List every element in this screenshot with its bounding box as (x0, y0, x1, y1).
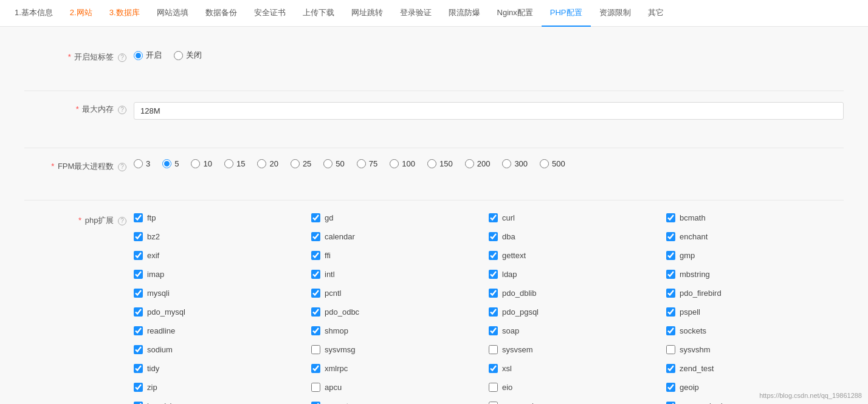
nav-item-resource[interactable]: 资源限制 (591, 0, 639, 27)
checkbox-pdo_odbc[interactable] (311, 307, 320, 317)
nav-item-limit[interactable]: 限流防爆 (440, 0, 489, 27)
nav-item-redirect[interactable]: 网址跳转 (343, 0, 391, 27)
checkbox-item-gd: gd (311, 211, 489, 224)
fpm-radio-10[interactable] (191, 159, 200, 168)
fpm-radio-15[interactable] (224, 159, 233, 168)
checkbox-memcached[interactable] (666, 402, 675, 404)
checkbox-pdo_pgsql[interactable] (489, 307, 498, 317)
fpm-option-75[interactable]: 75 (357, 159, 377, 168)
checkbox-ldap[interactable] (489, 270, 498, 279)
checkbox-xsl[interactable] (489, 364, 498, 373)
checkbox-enchant[interactable] (666, 232, 675, 241)
checkbox-zend_test[interactable] (666, 364, 675, 373)
checkbox-sysvmsg[interactable] (311, 345, 320, 354)
checkbox-gmp[interactable] (666, 251, 675, 260)
fpm-option-300[interactable]: 300 (502, 159, 528, 168)
fpm-option-100[interactable]: 100 (390, 159, 415, 168)
checkbox-curl[interactable] (489, 213, 498, 222)
checkbox-intl[interactable] (311, 270, 320, 279)
checkbox-dba[interactable] (489, 232, 498, 241)
checkbox-sockets[interactable] (666, 326, 675, 335)
checkbox-exif[interactable] (134, 251, 143, 260)
checkbox-label-ldap: ldap (502, 270, 517, 279)
checkbox-mcrypt[interactable] (311, 402, 320, 404)
fpm-option-10[interactable]: 10 (191, 159, 212, 168)
checkbox-pcntl[interactable] (311, 289, 320, 298)
fpm-radio-50[interactable] (323, 159, 332, 168)
checkbox-readline[interactable] (134, 326, 143, 335)
checkbox-item-zip: zip (134, 381, 311, 394)
fpm-radio-75[interactable] (357, 159, 366, 168)
checkbox-mbstring[interactable] (666, 270, 675, 279)
fpm-radio-25[interactable] (291, 159, 300, 168)
short-tag-radio-off[interactable] (174, 51, 183, 60)
fpm-option-200[interactable]: 200 (465, 159, 491, 168)
fpm-option-3[interactable]: 3 (134, 159, 150, 168)
checkbox-mysqli[interactable] (134, 289, 143, 298)
nav-item-auth[interactable]: 登录验证 (391, 0, 440, 27)
short-tag-radio-on[interactable] (134, 51, 143, 60)
nav-item-database[interactable]: 3.数据库 (101, 0, 148, 27)
nav-item-basic[interactable]: 1.基本信息 (6, 0, 61, 27)
fpm-radio-500[interactable] (540, 159, 549, 168)
checkbox-shmop[interactable] (311, 326, 320, 335)
help-icon[interactable]: ? (118, 217, 126, 225)
fpm-radio-200[interactable] (465, 159, 474, 168)
checkbox-apcu[interactable] (311, 383, 320, 392)
checkbox-gettext[interactable] (489, 251, 498, 260)
fpm-radio-300[interactable] (502, 159, 511, 168)
checkbox-sysvsem[interactable] (489, 345, 498, 354)
checkbox-soap[interactable] (489, 326, 498, 335)
nav-item-other[interactable]: 其它 (639, 0, 672, 27)
fpm-option-15[interactable]: 15 (224, 159, 245, 168)
checkbox-bz2[interactable] (134, 232, 143, 241)
fpm-option-500[interactable]: 500 (540, 159, 565, 168)
checkbox-memcache[interactable] (489, 402, 498, 404)
nav-item-upload[interactable]: 上传下载 (294, 0, 343, 27)
nav-item-php[interactable]: PHP配置 (542, 0, 591, 27)
help-icon[interactable]: ? (118, 53, 126, 62)
checkbox-bcmath[interactable] (666, 213, 675, 222)
checkbox-item-pdo_dblib: pdo_dblib (489, 287, 666, 300)
nav-item-ssl[interactable]: 安全证书 (246, 0, 294, 27)
checkbox-pdo_firebird[interactable] (666, 289, 675, 298)
fpm-radio-20[interactable] (257, 159, 266, 168)
checkbox-zip[interactable] (134, 383, 143, 392)
fpm-option-5[interactable]: 5 (162, 159, 179, 168)
checkbox-calendar[interactable] (311, 232, 320, 241)
checkbox-imap[interactable] (134, 270, 143, 279)
fpm-option-150[interactable]: 150 (427, 159, 453, 168)
fpm-radio-label-150: 150 (439, 159, 453, 168)
checkbox-tidy[interactable] (134, 364, 143, 373)
fpm-radio-100[interactable] (390, 159, 399, 168)
fpm-option-20[interactable]: 20 (257, 159, 278, 168)
checkbox-eio[interactable] (489, 383, 498, 392)
nav-item-site-options[interactable]: 网站选填 (148, 0, 197, 27)
checkbox-geoip[interactable] (666, 383, 675, 392)
checkbox-ffi[interactable] (311, 251, 320, 260)
fpm-radio-150[interactable] (427, 159, 436, 168)
checkbox-label-bcmath: bcmath (680, 213, 706, 222)
fpm-option-25[interactable]: 25 (291, 159, 311, 168)
fpm-radio-5[interactable] (162, 159, 171, 168)
short-tag-option-on[interactable]: 开启 (134, 50, 162, 61)
checkbox-ftp[interactable] (134, 213, 143, 222)
max-memory-input[interactable] (134, 102, 844, 120)
checkbox-sysvshm[interactable] (666, 345, 675, 354)
checkbox-pdo_mysql[interactable] (134, 307, 143, 317)
checkbox-pdo_dblib[interactable] (489, 289, 498, 298)
checkbox-gd[interactable] (311, 213, 320, 222)
help-icon[interactable]: ? (118, 106, 126, 114)
short-tag-option-off[interactable]: 关闭 (174, 50, 202, 61)
help-icon[interactable]: ? (118, 163, 126, 171)
checkbox-imagick[interactable] (134, 402, 143, 404)
checkbox-sodium[interactable] (134, 345, 143, 354)
checkbox-xmlrpc[interactable] (311, 364, 320, 373)
checkbox-item-mcrypt: mcrypt (311, 400, 489, 404)
nav-item-nginx[interactable]: Nginx配置 (489, 0, 542, 27)
checkbox-pspell[interactable] (666, 307, 675, 317)
fpm-option-50[interactable]: 50 (323, 159, 344, 168)
nav-item-backup[interactable]: 数据备份 (197, 0, 246, 27)
fpm-radio-3[interactable] (134, 159, 143, 168)
nav-item-website[interactable]: 2.网站 (61, 0, 101, 27)
